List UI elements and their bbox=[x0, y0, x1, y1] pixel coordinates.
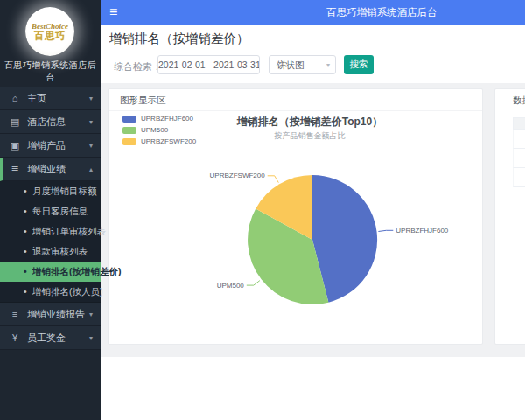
legend-swatch bbox=[122, 138, 136, 145]
sidebar-item-label: 主页 bbox=[27, 92, 86, 105]
submenu-item-monthly-target[interactable]: 月度增销目标额 bbox=[0, 181, 101, 201]
chevron-down-icon: ▾ bbox=[89, 334, 93, 342]
table-header-row bbox=[513, 117, 525, 130]
page-header: 增销排名（按增销差价） 综合检索： 饼状图 ▾ 搜索 bbox=[101, 24, 525, 83]
chevron-down-icon: ▾ bbox=[89, 94, 93, 102]
pie-slice-label: UPRBZFSWF200 bbox=[210, 172, 266, 179]
chart-display-panel: 图形显示区 UPRBZFHJF600 UPM500 UPRBZFSWF200 增… bbox=[108, 88, 483, 345]
chevron-down-icon: ▾ bbox=[326, 56, 330, 74]
chart-legend: UPRBZFHJF600 UPM500 UPRBZFSWF200 bbox=[122, 116, 196, 150]
submenu-item-daily-room-info[interactable]: 每日客房信息 bbox=[0, 201, 101, 221]
legend-swatch bbox=[122, 116, 136, 122]
hamburger-menu-icon[interactable]: ≡ bbox=[109, 0, 117, 24]
sidebar-item-performance-report[interactable]: ≡ 增销业绩报告 ▾ bbox=[0, 303, 101, 326]
legend-item[interactable]: UPRBZFSWF200 bbox=[122, 138, 196, 145]
yen-icon: ¥ bbox=[9, 332, 21, 343]
brand-name-cn: 百思巧 bbox=[34, 31, 66, 42]
content-area: 图形显示区 UPRBZFHJF600 UPM500 UPRBZFSWF200 增… bbox=[101, 83, 525, 357]
page-title: 增销排名（按增销差价） bbox=[109, 31, 249, 47]
sidebar-item-home[interactable]: ⌂ 主页 ▾ bbox=[0, 87, 101, 110]
pie-label-line bbox=[268, 176, 279, 183]
sidebar-item-hotel-info[interactable]: ▤ 酒店信息 ▾ bbox=[0, 110, 101, 134]
submenu-item-ranking-by-price-diff[interactable]: 增销排名(按增销差价) bbox=[0, 262, 101, 282]
pie-slice-label: UPM500 bbox=[217, 282, 245, 290]
sidebar-item-label: 员工奖金 bbox=[27, 332, 86, 345]
legend-label: UPRBZFSWF200 bbox=[141, 138, 196, 145]
topbar: ≡ 百思巧增销系统酒店后台 bbox=[101, 0, 525, 24]
sidebar: BestChoice 百思巧 百思巧增销系统酒店后台 ⌂ 主页 ▾ ▤ 酒店信息… bbox=[0, 0, 101, 420]
sidebar-item-label: 酒店信息 bbox=[27, 116, 86, 129]
sidebar-item-employee-bonus[interactable]: ¥ 员工奖金 ▾ bbox=[0, 326, 101, 350]
table-row bbox=[513, 149, 525, 168]
data-table bbox=[513, 117, 525, 187]
legend-item[interactable]: UPM500 bbox=[122, 127, 196, 134]
filter-label: 综合检索： bbox=[114, 60, 162, 74]
sidebar-app-title: 百思巧增销系统酒店后台 bbox=[0, 60, 101, 84]
submenu-item-refund-review-list[interactable]: 退款审核列表 bbox=[0, 242, 101, 262]
chevron-down-icon: ▾ bbox=[89, 311, 93, 318]
building-icon: ▤ bbox=[9, 116, 21, 128]
legend-label: UPRBZFHJF600 bbox=[141, 116, 193, 122]
pie-slice-label: UPRBZFHJF600 bbox=[396, 227, 449, 234]
chevron-down-icon: ▾ bbox=[89, 118, 93, 126]
submenu-item-order-review-list[interactable]: 增销订单审核列表 bbox=[0, 221, 101, 242]
chevron-down-icon: ▾ bbox=[89, 142, 93, 150]
sidebar-item-upsell-performance[interactable]: ≣ 增销业绩 ▴ bbox=[0, 158, 101, 181]
data-display-panel: 数据显示区 bbox=[494, 88, 525, 345]
legend-swatch bbox=[122, 127, 136, 134]
legend-label: UPM500 bbox=[141, 127, 168, 134]
pie-label-line bbox=[247, 281, 260, 286]
product-box-icon: ▣ bbox=[9, 140, 21, 151]
brand-logo: BestChoice 百思巧 bbox=[25, 7, 74, 56]
data-panel-title: 数据显示区 bbox=[495, 89, 525, 111]
logo-area: BestChoice 百思巧 百思巧增销系统酒店后台 bbox=[0, 0, 101, 87]
performance-list-icon: ≣ bbox=[9, 164, 21, 175]
brand-name: BestChoice bbox=[32, 22, 68, 31]
sidebar-item-upsell-products[interactable]: ▣ 增销产品 ▾ bbox=[0, 134, 101, 158]
table-row bbox=[513, 168, 525, 187]
upsell-performance-submenu: 月度增销目标额 每日客房信息 增销订单审核列表 退款审核列表 增销排名(按增销差… bbox=[0, 181, 101, 303]
legend-item[interactable]: UPRBZFHJF600 bbox=[122, 116, 196, 122]
topbar-title: 百思巧增销系统酒店后台 bbox=[326, 0, 438, 24]
chart-type-value: 饼状图 bbox=[276, 60, 304, 70]
pie-label-line bbox=[378, 230, 393, 231]
search-button[interactable]: 搜索 bbox=[344, 55, 374, 74]
sidebar-item-label: 增销业绩报告 bbox=[27, 308, 86, 321]
chart-type-select[interactable]: 饼状图 ▾ bbox=[269, 55, 336, 74]
report-lines-icon: ≡ bbox=[9, 309, 21, 319]
sidebar-item-label: 增销业绩 bbox=[27, 163, 86, 176]
submenu-item-ranking-by-person[interactable]: 增销排名(按人员) bbox=[0, 282, 101, 302]
date-range-input[interactable] bbox=[158, 55, 260, 74]
home-icon: ⌂ bbox=[9, 93, 21, 103]
sidebar-item-label: 增销产品 bbox=[27, 139, 86, 152]
chevron-up-icon: ▴ bbox=[89, 165, 93, 173]
table-row bbox=[513, 130, 525, 149]
